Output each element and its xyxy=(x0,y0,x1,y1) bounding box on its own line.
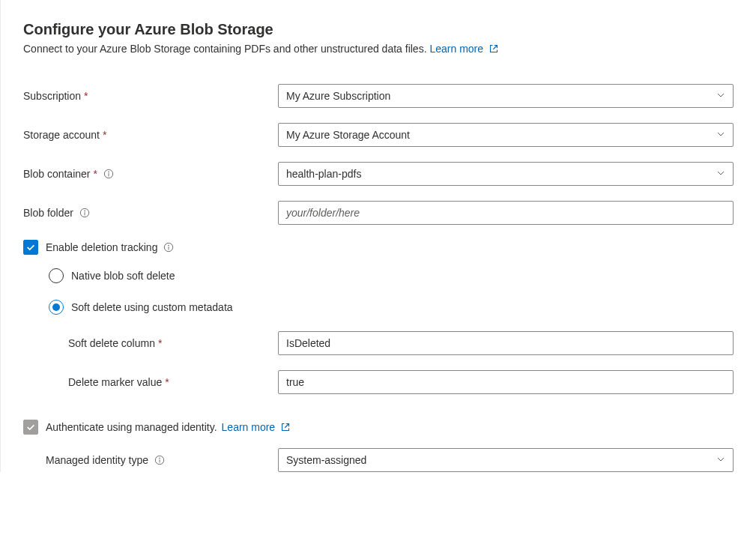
blob-container-value: health-plan-pdfs xyxy=(286,168,361,180)
required-asterisk: * xyxy=(158,337,162,349)
enable-deletion-tracking-label: Enable deletion tracking xyxy=(46,241,157,253)
enable-deletion-tracking-row: Enable deletion tracking xyxy=(23,240,734,255)
managed-identity-type-select[interactable]: System-assigned xyxy=(278,448,734,472)
soft-delete-column-label: Soft delete column* xyxy=(23,337,278,349)
required-asterisk: * xyxy=(103,129,106,141)
required-asterisk: * xyxy=(165,376,169,388)
subscription-value: My Azure Subscription xyxy=(286,90,390,102)
required-asterisk: * xyxy=(94,168,97,180)
native-soft-delete-row: Native blob soft delete xyxy=(23,268,734,283)
custom-metadata-soft-delete-radio[interactable] xyxy=(49,300,64,315)
chevron-down-icon xyxy=(716,129,725,141)
auth-learn-more-label: Learn more xyxy=(222,421,276,433)
enable-deletion-tracking-checkbox[interactable] xyxy=(23,240,38,255)
info-icon[interactable] xyxy=(163,242,174,253)
page-subtitle: Connect to your Azure Blob Storage conta… xyxy=(23,43,734,55)
info-icon[interactable] xyxy=(103,169,114,179)
storage-account-row: Storage account* My Azure Storage Accoun… xyxy=(23,123,734,147)
blob-folder-label: Blob folder xyxy=(23,207,278,219)
svg-point-3 xyxy=(85,211,85,211)
learn-more-label: Learn more xyxy=(429,43,483,55)
blob-container-label: Blob container* xyxy=(23,168,278,180)
subtitle-text: Connect to your Azure Blob Storage conta… xyxy=(23,43,427,55)
storage-account-label: Storage account* xyxy=(23,129,278,141)
authenticate-managed-identity-checkbox[interactable] xyxy=(23,420,38,435)
soft-delete-column-row: Soft delete column* IsDeleted xyxy=(23,331,734,355)
external-link-icon xyxy=(281,422,290,434)
soft-delete-column-input[interactable]: IsDeleted xyxy=(278,331,734,355)
info-icon[interactable] xyxy=(79,208,90,218)
chevron-down-icon xyxy=(716,90,725,102)
svg-point-7 xyxy=(160,458,160,459)
custom-metadata-soft-delete-row: Soft delete using custom metadata xyxy=(23,300,734,315)
configure-blob-storage-panel: Configure your Azure Blob Storage Connec… xyxy=(0,0,756,472)
external-link-icon xyxy=(489,43,498,55)
required-asterisk: * xyxy=(84,90,88,102)
authenticate-managed-identity-label: Authenticate using managed identity. xyxy=(46,421,217,433)
blob-folder-row: Blob folder your/folder/here xyxy=(23,201,734,225)
subscription-label: Subscription* xyxy=(23,90,278,102)
storage-account-value: My Azure Storage Account xyxy=(286,129,410,141)
subscription-select[interactable]: My Azure Subscription xyxy=(278,84,734,108)
chevron-down-icon xyxy=(716,454,725,466)
blob-container-row: Blob container* health-plan-pdfs xyxy=(23,162,734,186)
storage-account-select[interactable]: My Azure Storage Account xyxy=(278,123,734,147)
managed-identity-type-value: System-assigned xyxy=(286,454,366,466)
delete-marker-value-input[interactable]: true xyxy=(278,370,734,394)
native-soft-delete-label: Native blob soft delete xyxy=(71,270,175,282)
native-soft-delete-radio[interactable] xyxy=(49,268,64,283)
page-title: Configure your Azure Blob Storage xyxy=(23,21,734,38)
svg-point-1 xyxy=(109,172,109,172)
learn-more-link[interactable]: Learn more xyxy=(429,43,498,55)
custom-metadata-soft-delete-label: Soft delete using custom metadata xyxy=(71,301,233,313)
blob-container-select[interactable]: health-plan-pdfs xyxy=(278,162,734,186)
managed-identity-type-label: Managed identity type xyxy=(23,454,278,466)
managed-identity-type-row: Managed identity type System-assigned xyxy=(23,448,734,472)
info-icon[interactable] xyxy=(154,455,165,465)
delete-marker-value-label: Delete marker value* xyxy=(23,376,278,388)
chevron-down-icon xyxy=(716,168,725,180)
delete-marker-value-row: Delete marker value* true xyxy=(23,370,734,394)
auth-learn-more-link[interactable]: Learn more xyxy=(222,421,290,433)
blob-folder-input[interactable]: your/folder/here xyxy=(278,201,734,225)
subscription-row: Subscription* My Azure Subscription xyxy=(23,84,734,108)
authenticate-managed-identity-row: Authenticate using managed identity. Lea… xyxy=(23,420,734,435)
svg-point-5 xyxy=(169,245,169,246)
